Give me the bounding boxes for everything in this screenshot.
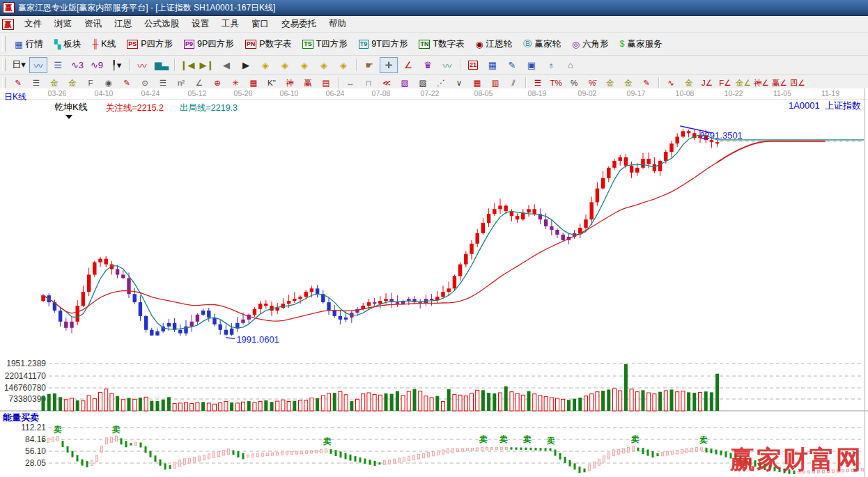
- grid-ruler-icon[interactable]: ▥: [487, 76, 504, 90]
- percent-line-icon[interactable]: %̄: [584, 76, 600, 90]
- crown-icon[interactable]: ♛: [419, 57, 437, 73]
- shen-grid-icon[interactable]: 神: [281, 76, 298, 90]
- pen-chart-icon[interactable]: ✎: [118, 76, 135, 90]
- menu-item-trade-entrust[interactable]: 交易委托: [275, 17, 323, 31]
- gold-grid2-icon[interactable]: 金: [64, 76, 81, 90]
- price-list-icon[interactable]: ☰: [529, 76, 546, 90]
- date-ruler-icon[interactable]: ▤: [318, 76, 334, 90]
- parallel-lines-icon[interactable]: ⫽: [505, 76, 522, 90]
- k-prime-icon[interactable]: K": [263, 76, 280, 90]
- fib-grid-icon[interactable]: F: [82, 76, 99, 90]
- p-square-button[interactable]: PSP四方形: [121, 36, 178, 52]
- zoom-right-icon[interactable]: ◈: [276, 57, 294, 73]
- last-page-icon[interactable]: ▶❙: [198, 57, 216, 73]
- zoom-fit-icon[interactable]: ◈: [334, 57, 352, 73]
- kline-button[interactable]: ╫K线: [86, 36, 121, 52]
- sector-blocks-button[interactable]: ▚板块: [49, 36, 87, 52]
- indicator-dropdown-icon[interactable]: [65, 115, 72, 119]
- hexagon-button[interactable]: ◎六角形: [566, 36, 614, 52]
- indicator-label[interactable]: 乾坤K线: [54, 101, 88, 114]
- menu-item-settings[interactable]: 设置: [185, 17, 215, 31]
- gold-underline-icon[interactable]: 金: [681, 76, 697, 90]
- svg-text:11-05: 11-05: [773, 89, 791, 97]
- shen-angle-icon[interactable]: 神∠: [753, 76, 770, 90]
- notes-icon[interactable]: ✎: [503, 57, 521, 73]
- prev-page-icon[interactable]: ◀: [217, 57, 235, 73]
- t-percent-icon[interactable]: T%: [548, 76, 564, 90]
- quotes-grid-button[interactable]: ▦行情: [9, 36, 49, 52]
- chart-canvas[interactable]: 03-2604-1004-2405-1205-2606-1006-2407-08…: [0, 88, 868, 477]
- fan-box-icon[interactable]: ▨: [396, 76, 413, 90]
- save-icon[interactable]: ▣: [522, 57, 541, 73]
- spiral-icon[interactable]: ◉: [100, 76, 117, 90]
- next-page-icon[interactable]: ▶: [237, 57, 255, 73]
- info-doc-icon[interactable]: ☰: [49, 57, 67, 73]
- zoom-left-icon[interactable]: ◈: [256, 57, 274, 73]
- menu-item-help[interactable]: 帮助: [323, 17, 352, 31]
- web-sync-icon[interactable]: ♁: [542, 57, 560, 73]
- brush-icon[interactable]: ✎: [638, 76, 655, 90]
- menu-item-browse[interactable]: 浏览: [48, 17, 78, 31]
- gold-circle-icon[interactable]: 金: [602, 76, 619, 90]
- gold-grid-icon[interactable]: 金: [46, 76, 63, 90]
- zoom-h-icon[interactable]: ◈: [295, 57, 313, 73]
- menu-item-tools[interactable]: 工具: [215, 17, 245, 31]
- trend-angle-icon[interactable]: ⋰: [433, 76, 449, 90]
- crosshair-circle-icon[interactable]: ⊕: [209, 76, 226, 90]
- fan-box2-icon[interactable]: ▧: [414, 76, 431, 90]
- t9-square-button[interactable]: T99T四方形: [353, 36, 414, 52]
- blue-pattern-icon[interactable]: 〰: [29, 57, 47, 73]
- red-pattern-icon[interactable]: 〰: [133, 57, 151, 73]
- menu-item-window[interactable]: 窗口: [245, 17, 275, 31]
- frame-tool-icon[interactable]: ⊓: [360, 76, 377, 90]
- single-candle-dropdown[interactable]: ╿▾: [107, 57, 125, 73]
- gold-angle-icon[interactable]: 金∠: [735, 76, 752, 90]
- first-page-icon[interactable]: ❙◀: [178, 57, 196, 73]
- gold-lines-icon[interactable]: 金: [620, 76, 637, 90]
- wave3-icon[interactable]: ∿3: [68, 57, 86, 73]
- star-web-icon[interactable]: ✳: [227, 76, 244, 90]
- remote-pc-icon[interactable]: ⌂: [561, 57, 580, 73]
- winner-service-button[interactable]: $赢家服务: [614, 36, 667, 52]
- time-circle-icon[interactable]: ⊙: [137, 76, 153, 90]
- calendar-icon[interactable]: 21: [464, 57, 482, 73]
- v-lines-icon[interactable]: ∨: [451, 76, 467, 90]
- period-label[interactable]: 日K线: [4, 91, 26, 103]
- price-lines-icon[interactable]: ☰: [155, 76, 171, 90]
- period-day-dropdown[interactable]: 日▾: [10, 57, 28, 73]
- crosshair-icon[interactable]: ✛: [380, 57, 398, 73]
- menu-item-file[interactable]: 文件: [18, 17, 48, 31]
- p9-square-button[interactable]: P99P四方形: [178, 36, 240, 52]
- gann-wheel-button[interactable]: ◉江恩轮: [470, 36, 518, 52]
- menu-item-formula-stock-pick[interactable]: 公式选股: [138, 17, 185, 31]
- percent-icon[interactable]: %: [566, 76, 582, 90]
- fan-lines-icon[interactable]: ≪: [378, 76, 395, 90]
- zoom-x-icon[interactable]: ◈: [315, 57, 333, 73]
- hand-icon[interactable]: ☛: [360, 57, 378, 73]
- winner-wheel-button[interactable]: Ⓑ赢家轮: [518, 36, 566, 52]
- ruler-lines-icon[interactable]: ☰: [28, 76, 45, 90]
- histogram-icon[interactable]: ▆▃: [153, 57, 171, 73]
- pen-tool-icon[interactable]: ✎: [10, 76, 26, 90]
- angle-mirror-icon[interactable]: ∠: [191, 76, 208, 90]
- wave-tool-icon[interactable]: ∿: [662, 76, 679, 90]
- width-measure-icon[interactable]: ↔: [342, 76, 359, 90]
- menu-item-news[interactable]: 资讯: [78, 17, 108, 31]
- calculator-icon[interactable]: ▦: [483, 57, 502, 73]
- teal-pattern-icon[interactable]: 〰: [438, 57, 456, 73]
- t-number-table-button[interactable]: TNT数字表: [413, 36, 470, 52]
- square-n2-icon[interactable]: n²: [173, 76, 189, 90]
- candle: [144, 316, 148, 330]
- si-angle-icon[interactable]: 四∠: [789, 76, 806, 90]
- p-number-table-button[interactable]: PNP数字表: [240, 36, 297, 52]
- ying-angle-icon[interactable]: 赢∠: [771, 76, 788, 90]
- menu-item-gann[interactable]: 江恩: [108, 17, 138, 31]
- t-square-button[interactable]: TST四方形: [297, 36, 353, 52]
- dense-grid-icon[interactable]: ▦: [469, 76, 486, 90]
- j-angle-icon[interactable]: J∠: [699, 76, 715, 90]
- wave9-icon[interactable]: ∿9: [88, 57, 106, 73]
- ying-grid-icon[interactable]: 赢: [300, 76, 316, 90]
- f-angle-icon[interactable]: F∠: [717, 76, 734, 90]
- compass-angle-icon[interactable]: ∠: [399, 57, 417, 73]
- grid-web-icon[interactable]: ▦: [245, 76, 262, 90]
